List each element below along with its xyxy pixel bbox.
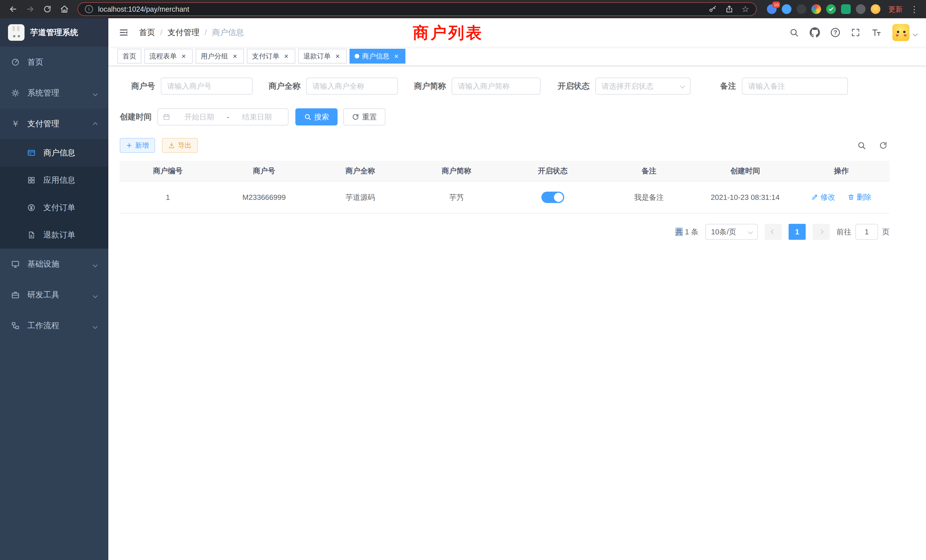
delete-link-label: 删除 [857,192,872,202]
page-size-select[interactable]: 10条/页 [705,224,758,240]
delete-link[interactable]: 删除 [847,192,872,202]
sidebar-item-app-info[interactable]: 应用信息 [0,166,108,194]
col-header-short-name: 商户简称 [409,161,505,182]
extension-icon-5[interactable] [826,4,836,14]
browser-forward-button[interactable] [23,2,38,17]
date-separator: - [226,113,231,121]
help-icon[interactable]: ? [831,28,840,37]
yen-icon: ￥ [10,120,21,128]
col-header-remark: 备注 [601,161,698,182]
tags-bar: 首页 流程表单 × 用户分组 × 支付订单 × 退款订单 × [108,47,926,66]
share-icon[interactable] [725,5,734,14]
edit-link[interactable]: 修改 [811,192,835,202]
tab-label: 退款订单 [303,51,331,61]
main-area: 首页 / 支付管理 / 商户信息 商户列表 ? [108,18,926,560]
close-icon[interactable]: × [282,52,290,60]
tab-home[interactable]: 首页 [118,49,141,64]
sidebar-item-infrastructure[interactable]: 基础设施 [0,249,108,279]
extension-icon-1[interactable]: 10 [767,4,776,14]
navbar-actions: ? [789,24,917,41]
sidebar-item-merchant-info[interactable]: 商户信息 [0,139,108,166]
breadcrumb-pay-management[interactable]: 支付管理 [168,27,200,38]
status-select[interactable]: 请选择开启状态 [595,77,690,95]
browser-back-button[interactable] [6,2,21,17]
sidebar-item-label: 商户信息 [43,147,75,158]
extension-icon-3[interactable] [797,4,806,14]
close-icon[interactable]: × [231,52,239,60]
dashboard-icon [10,58,21,67]
close-icon[interactable]: × [392,52,400,60]
breadcrumb-merchant-info: 商户信息 [212,27,244,38]
sidebar-item-label: 基础设施 [27,259,59,269]
toggle-search-icon[interactable] [855,139,868,152]
password-key-icon[interactable] [708,5,717,14]
status-toggle[interactable] [542,192,564,203]
extension-badge: 10 [772,2,780,8]
browser-address-bar[interactable]: i localhost:1024/pay/merchant ☆ [77,2,757,16]
chevron-down-icon [94,290,97,300]
page-info-icon[interactable]: i [85,5,93,13]
close-icon[interactable]: × [180,52,188,60]
col-header-status: 开启状态 [505,161,601,182]
browser-home-button[interactable] [57,2,72,17]
tab-merchant-info[interactable]: 商户信息 × [350,49,406,64]
tab-label: 用户分组 [201,51,228,61]
close-icon[interactable]: × [334,52,342,60]
prev-page-button[interactable] [765,224,782,240]
extension-icon-7[interactable] [856,4,865,14]
search-button[interactable]: 搜索 [295,108,337,126]
fullscreen-icon[interactable] [851,28,861,37]
extension-icon-2[interactable] [782,4,791,14]
tab-pay-order[interactable]: 支付订单 × [247,49,295,64]
add-button[interactable]: 新增 [120,138,155,153]
filter-label: 商户全称 [269,81,301,92]
reset-button[interactable]: 重置 [343,108,386,126]
remark-input[interactable] [742,77,848,95]
active-tab-dot [355,54,359,59]
tab-label: 流程表单 [150,51,177,61]
github-icon[interactable] [809,27,820,38]
browser-refresh-button[interactable] [40,2,55,17]
date-range-picker[interactable]: 开始日期 - 结束日期 [157,108,289,126]
tab-user-group[interactable]: 用户分组 × [195,49,244,64]
user-menu[interactable] [892,24,917,41]
refresh-icon[interactable] [877,139,890,152]
app-logo[interactable]: 芋道管理系统 [0,18,108,47]
tab-refund-order[interactable]: 退款订单 × [298,49,346,64]
cell-status [505,182,601,213]
hamburger-icon[interactable] [118,26,130,39]
short-name-input[interactable] [452,77,540,95]
filter-short-name: 商户简称 [414,77,540,95]
tab-process-form[interactable]: 流程表单 × [144,49,193,64]
chevron-down-icon [680,84,685,89]
browser-update-button[interactable]: 更新 [888,5,903,14]
extension-icon-4[interactable] [811,4,821,14]
merchant-no-input[interactable] [161,77,253,95]
page-1-button[interactable]: 1 [788,224,806,240]
full-name-input[interactable] [306,77,398,95]
col-header-create-time: 创建时间 [697,161,793,182]
font-size-icon[interactable] [871,27,882,38]
search-icon[interactable] [789,28,799,37]
bookmark-star-icon[interactable]: ☆ [741,5,749,14]
export-button[interactable]: 导出 [162,138,198,153]
next-page-button[interactable] [813,224,830,240]
extension-icon-8[interactable] [871,4,881,14]
sidebar-item-system[interactable]: 系统管理 [0,77,108,108]
page-jump-input[interactable] [855,224,878,240]
page-jump-prefix: 前往 [837,227,851,237]
sidebar-item-pay-order[interactable]: 支付订单 [0,194,108,221]
page-jump: 前往 页 [837,224,890,240]
start-date-placeholder: 开始日期 [173,112,226,122]
calendar-icon [162,113,171,121]
browser-menu-icon[interactable]: ⋮ [908,4,920,14]
breadcrumb-home[interactable]: 首页 [139,27,155,38]
merchant-info-icon [26,148,36,157]
sidebar-item-pay[interactable]: ￥ 支付管理 [0,108,108,139]
extension-icon-6[interactable] [841,4,851,14]
sidebar-item-workflow[interactable]: 工作流程 [0,310,108,341]
sidebar-item-devtools[interactable]: 研发工具 [0,279,108,310]
filter-row-1: 商户号 商户全称 商户简称 开启状态 请选择开启状态 [120,77,890,95]
sidebar-item-home[interactable]: 首页 [0,47,108,77]
sidebar-item-refund-order[interactable]: 退款订单 [0,221,108,249]
